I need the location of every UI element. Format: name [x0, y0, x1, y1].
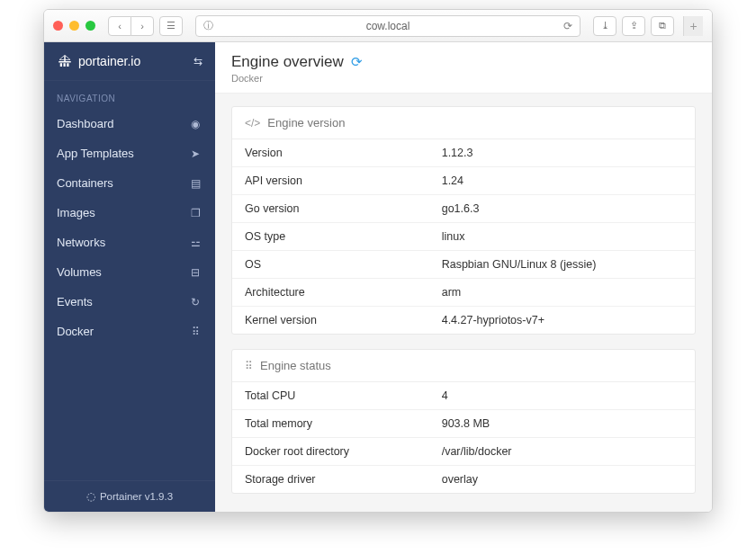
sidebar-item-dashboard[interactable]: Dashboard◉ — [44, 109, 215, 138]
tabs-button[interactable]: ⧉ — [651, 16, 674, 36]
row-key: Go version — [245, 202, 442, 215]
row-value: arm — [442, 286, 682, 299]
sidebar-item-label: Volumes — [57, 265, 102, 279]
sidebar-item-label: Containers — [57, 176, 113, 190]
brand-text: portainer.io — [78, 54, 140, 68]
url-text: cow.local — [366, 20, 410, 32]
new-tab-button[interactable]: + — [683, 16, 703, 36]
url-bar[interactable]: ⓘ cow.local ⟳ — [195, 15, 580, 37]
row-value: Raspbian GNU/Linux 8 (jessie) — [442, 258, 682, 271]
row-value: overlay — [442, 473, 682, 486]
sidebar-item-label: Events — [57, 295, 93, 308]
clone-icon: ❐ — [188, 207, 202, 219]
row-value: linux — [442, 230, 682, 243]
brand-header: portainer.io ⇆ — [44, 42, 215, 81]
table-row: Go versiongo1.6.3 — [232, 195, 695, 223]
row-key: Docker root directory — [245, 445, 442, 458]
sidebar-toggle-button[interactable]: ☰ — [159, 16, 183, 36]
row-value: 903.8 MB — [442, 417, 682, 430]
nav-section-title: NAVIGATION — [44, 81, 215, 109]
sidebar-item-docker[interactable]: Docker⠿ — [44, 317, 215, 346]
history-icon: ↻ — [188, 296, 202, 308]
sidebar-item-images[interactable]: Images❐ — [44, 198, 215, 228]
table-row: Architecturearm — [232, 279, 695, 307]
row-key: Architecture — [245, 286, 442, 299]
table-row: Storage driveroverlay — [232, 466, 695, 493]
main-content: Engine overview ⟳ Docker </> Engine vers… — [215, 42, 712, 512]
row-key: Total CPU — [245, 389, 442, 402]
row-value: /var/lib/docker — [442, 445, 682, 458]
row-value: 4.4.27-hypriotos-v7+ — [442, 314, 682, 326]
dashboard-icon: ◉ — [188, 118, 202, 130]
sidebar-item-events[interactable]: Events↻ — [44, 287, 215, 317]
grid-icon: ⠿ — [245, 360, 253, 372]
sidebar-footer[interactable]: ◌ Portainer v1.9.3 — [44, 480, 215, 512]
row-key: Version — [245, 147, 442, 159]
svg-rect-2 — [60, 63, 62, 67]
row-key: Kernel version — [245, 314, 442, 326]
browser-window: ‹ › ☰ ⓘ cow.local ⟳ ⤓ ⇪ ⧉ + portainer.io — [43, 9, 713, 513]
table-row: OSRaspbian GNU/Linux 8 (jessie) — [232, 251, 695, 279]
row-value: 4 — [442, 389, 682, 402]
row-value: go1.6.3 — [442, 202, 682, 215]
table-row: OS typelinux — [232, 223, 695, 251]
svg-rect-4 — [67, 63, 68, 67]
sitemap-icon: ⚍ — [188, 237, 202, 249]
list-icon: ▤ — [188, 177, 202, 190]
sidebar-item-volumes[interactable]: Volumes⊟ — [44, 257, 215, 287]
row-key: API version — [245, 174, 442, 187]
reload-icon[interactable]: ⟳ — [563, 20, 572, 32]
svg-rect-1 — [64, 56, 66, 61]
forward-button[interactable]: › — [130, 16, 154, 36]
panel-title: Engine version — [267, 116, 345, 130]
sidebar-item-label: Docker — [57, 325, 94, 338]
code-icon: </> — [245, 117, 260, 130]
breadcrumb: Docker — [231, 73, 696, 84]
sidebar-item-label: Images — [57, 206, 95, 219]
row-key: Total memory — [245, 417, 442, 430]
maximize-window-button[interactable] — [86, 21, 95, 31]
th-icon: ⠿ — [188, 326, 202, 338]
app-root: portainer.io ⇆ NAVIGATION Dashboard◉App … — [44, 42, 712, 512]
share-button[interactable]: ⇪ — [622, 16, 645, 36]
table-row: Docker root directory/var/lib/docker — [232, 438, 695, 466]
row-value: 1.24 — [442, 174, 682, 187]
panel-title: Engine status — [260, 359, 331, 372]
svg-rect-0 — [58, 61, 71, 63]
browser-titlebar: ‹ › ☰ ⓘ cow.local ⟳ ⤓ ⇪ ⧉ + — [44, 10, 712, 42]
panel-engine-status: ⠿ Engine status Total CPU4Total memory90… — [231, 349, 696, 494]
sidebar-item-containers[interactable]: Containers▤ — [44, 168, 215, 198]
row-value: 1.12.3 — [442, 147, 682, 159]
row-key: OS type — [245, 230, 442, 243]
panel-engine-version: </> Engine version Version1.12.3API vers… — [231, 106, 696, 335]
refresh-icon[interactable]: ⟳ — [351, 54, 363, 70]
traffic-lights — [53, 21, 95, 31]
rocket-icon: ➤ — [188, 147, 202, 160]
table-row: Total memory903.8 MB — [232, 410, 695, 438]
table-row: Total CPU4 — [232, 382, 695, 410]
download-button[interactable]: ⤓ — [593, 16, 616, 36]
sidebar-item-label: Networks — [57, 236, 105, 249]
back-button[interactable]: ‹ — [108, 16, 131, 36]
github-icon: ◌ — [86, 490, 95, 503]
table-row: Version1.12.3 — [232, 139, 695, 167]
minimize-window-button[interactable] — [69, 21, 79, 31]
sidebar-item-app-templates[interactable]: App Templates➤ — [44, 138, 215, 168]
footer-text: Portainer v1.9.3 — [100, 491, 173, 502]
row-key: Storage driver — [245, 473, 442, 486]
page-header: Engine overview ⟳ Docker — [215, 42, 712, 94]
sidebar-item-label: Dashboard — [57, 117, 114, 130]
sidebar-item-label: App Templates — [57, 147, 134, 160]
table-row: Kernel version4.4.27-hypriotos-v7+ — [232, 307, 695, 334]
sidebar-collapse-icon[interactable]: ⇆ — [194, 55, 202, 67]
hdd-icon: ⊟ — [188, 266, 202, 279]
close-window-button[interactable] — [53, 21, 63, 31]
table-row: API version1.24 — [232, 167, 695, 195]
sidebar-item-networks[interactable]: Networks⚍ — [44, 228, 215, 257]
svg-rect-3 — [64, 63, 66, 67]
reader-icon: ⓘ — [203, 19, 213, 32]
portainer-logo-icon — [57, 53, 73, 69]
page-title: Engine overview — [231, 53, 344, 71]
sidebar: portainer.io ⇆ NAVIGATION Dashboard◉App … — [44, 42, 215, 512]
row-key: OS — [245, 258, 442, 271]
